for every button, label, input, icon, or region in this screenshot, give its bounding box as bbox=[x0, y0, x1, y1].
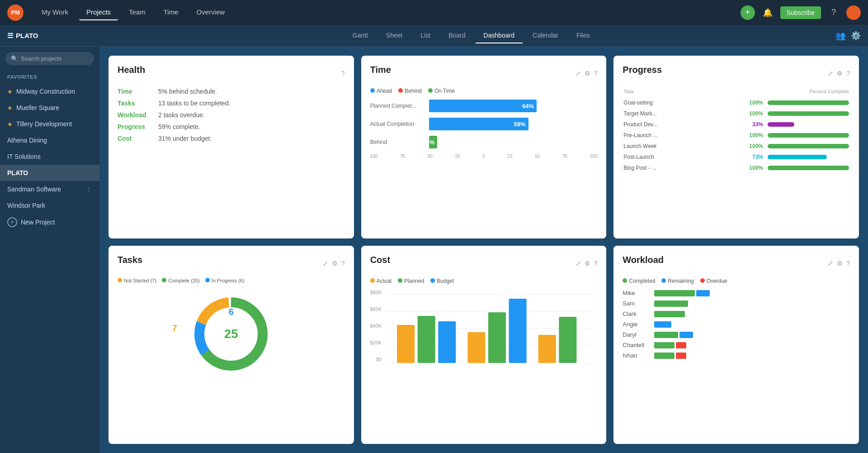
help-icon[interactable]: ? bbox=[846, 70, 850, 77]
legend-behind: Behind bbox=[398, 88, 421, 94]
sidebar-item-it[interactable]: IT Solutions bbox=[0, 148, 99, 165]
sidebar-item-label: Tillery Development bbox=[16, 120, 72, 128]
widget-header: Progress ⤢ ⚙ ? bbox=[623, 65, 850, 81]
tab-board[interactable]: Board bbox=[440, 28, 473, 43]
workload-name: Daryl bbox=[623, 331, 654, 338]
tab-dashboard[interactable]: Dashboard bbox=[476, 28, 523, 43]
health-value: 59% complete. bbox=[158, 123, 200, 130]
nav-items: My Work Projects Team Time Overview bbox=[34, 5, 730, 20]
pct-label: 100% bbox=[674, 163, 767, 173]
settings-icon[interactable]: ⚙ bbox=[332, 260, 338, 267]
progress-controls: ⤢ ⚙ ? bbox=[828, 70, 850, 77]
axis-labels: 1007550250255075100 bbox=[370, 154, 598, 159]
sidebar-item-athena[interactable]: Athena Dining bbox=[0, 132, 99, 148]
progress-bar-cell bbox=[768, 163, 849, 173]
nav-my-work[interactable]: My Work bbox=[34, 5, 75, 20]
nav-team[interactable]: Team bbox=[122, 5, 153, 20]
workload-name: Ivhan bbox=[623, 352, 654, 359]
expand-icon[interactable]: ⤢ bbox=[323, 260, 328, 267]
workload-name: Chantell bbox=[623, 342, 654, 348]
bar-row-actual: Actual Completion 59% bbox=[370, 118, 598, 130]
overdue-bar bbox=[676, 342, 686, 348]
settings-icon[interactable]: ⚙ bbox=[585, 260, 590, 267]
top-nav: PM My Work Projects Team Time Overview +… bbox=[0, 0, 868, 25]
more-icon[interactable]: ⋮ bbox=[86, 186, 92, 193]
workload-row: Clark bbox=[623, 310, 850, 317]
tab-list[interactable]: List bbox=[412, 28, 439, 43]
health-title: Health bbox=[118, 65, 145, 75]
bar-container: 5% bbox=[429, 136, 598, 148]
sidebar-item-label: PLATO bbox=[7, 169, 28, 176]
svg-rect-11 bbox=[468, 332, 486, 363]
workload-bars bbox=[654, 332, 850, 338]
completed-bar bbox=[654, 311, 685, 317]
settings-icon[interactable]: ⚙ bbox=[837, 260, 843, 267]
sidebar-item-plato[interactable]: PLATO bbox=[0, 165, 99, 181]
nav-overview[interactable]: Overview bbox=[189, 5, 232, 20]
help-icon[interactable]: ? bbox=[594, 260, 598, 267]
sidebar-item-windsor[interactable]: Windsor Park bbox=[0, 197, 99, 214]
star-icon: ★ bbox=[7, 121, 13, 128]
sidebar-item-mueller[interactable]: ★ Mueller Square bbox=[0, 100, 99, 116]
tab-sheet[interactable]: Sheet bbox=[378, 28, 411, 43]
new-project-button[interactable]: + New Project bbox=[7, 217, 92, 227]
sidebar-item-midway[interactable]: ★ Midway Construction bbox=[0, 83, 99, 100]
sidebar-item-tillery[interactable]: ★ Tillery Development bbox=[0, 116, 99, 132]
progress-row: Post-Launch 73% bbox=[623, 152, 849, 162]
sidebar-item-sandman[interactable]: Sandman Software ⋮ bbox=[0, 181, 99, 197]
nav-projects[interactable]: Projects bbox=[79, 5, 118, 20]
search-placeholder: Search projects bbox=[21, 55, 61, 62]
legend-planned: Planned bbox=[398, 278, 424, 284]
tab-gantt[interactable]: Gantt bbox=[344, 28, 376, 43]
add-icon[interactable]: + bbox=[741, 5, 755, 20]
expand-icon[interactable]: ⤢ bbox=[576, 260, 581, 267]
expand-icon[interactable]: ⤢ bbox=[828, 260, 833, 267]
widget-header: Tasks ⤢ ⚙ ? bbox=[118, 255, 345, 272]
tasks-controls: ⤢ ⚙ ? bbox=[323, 260, 345, 267]
expand-icon[interactable]: ⤢ bbox=[576, 70, 581, 77]
health-label: Tasks bbox=[118, 100, 158, 107]
help-icon[interactable]: ? bbox=[846, 260, 850, 267]
plato-menu[interactable]: ☰ PLATO bbox=[7, 32, 107, 40]
remaining-bar bbox=[696, 290, 710, 296]
subscribe-button[interactable]: Subscribe bbox=[780, 6, 821, 19]
help-icon[interactable]: ? bbox=[594, 70, 598, 77]
app-logo[interactable]: PM bbox=[7, 5, 24, 21]
bar-container: 59% bbox=[429, 118, 598, 130]
time-controls: ⤢ ⚙ ? bbox=[576, 70, 598, 77]
settings-icon[interactable]: ⚙️ bbox=[851, 31, 861, 41]
people-icon[interactable]: 👥 bbox=[835, 31, 845, 41]
health-value: 2 tasks overdue. bbox=[158, 111, 205, 119]
settings-icon[interactable]: ⚙ bbox=[585, 70, 590, 77]
bell-icon[interactable]: 🔔 bbox=[760, 5, 775, 20]
tab-calendar[interactable]: Calendar bbox=[524, 28, 566, 43]
cost-chart-area: $80K $60K $40K $20K $0 bbox=[370, 290, 598, 368]
help-icon[interactable]: ? bbox=[341, 70, 345, 77]
sub-nav-right: 👥 ⚙️ bbox=[835, 31, 861, 41]
star-icon: ★ bbox=[7, 88, 13, 95]
progress-table: Task Percent Complete Goal-setting 100% … bbox=[623, 88, 850, 174]
col-task: Task bbox=[623, 89, 673, 97]
nav-time[interactable]: Time bbox=[156, 5, 186, 20]
settings-icon[interactable]: ⚙ bbox=[837, 70, 843, 77]
svg-rect-15 bbox=[559, 317, 577, 363]
help-icon[interactable]: ? bbox=[826, 5, 841, 20]
progress-row: Launch Week 100% bbox=[623, 141, 849, 151]
progress-widget: Progress ⤢ ⚙ ? Task Percent Complete Goa… bbox=[613, 56, 859, 238]
svg-rect-10 bbox=[439, 321, 456, 363]
health-row-progress: Progress 59% complete. bbox=[118, 123, 345, 130]
expand-icon[interactable]: ⤢ bbox=[828, 70, 833, 77]
completed-bar bbox=[654, 332, 678, 338]
search-box[interactable]: 🔍 Search projects bbox=[5, 52, 94, 65]
legend-remaining: Remaining bbox=[661, 278, 693, 284]
time-legend: Ahead Behind On Time bbox=[370, 88, 598, 94]
health-label: Time bbox=[118, 88, 158, 95]
user-avatar[interactable] bbox=[846, 5, 861, 20]
help-icon[interactable]: ? bbox=[341, 260, 345, 267]
workload-widget: Workload ⤢ ⚙ ? Completed Remaining Overd… bbox=[613, 246, 859, 444]
tab-files[interactable]: Files bbox=[568, 28, 598, 43]
bar-fill: 59% bbox=[429, 118, 528, 130]
progress-row: Target Mark... 100% bbox=[623, 109, 849, 119]
pct-label: 100% bbox=[674, 130, 767, 140]
svg-rect-8 bbox=[397, 325, 415, 363]
